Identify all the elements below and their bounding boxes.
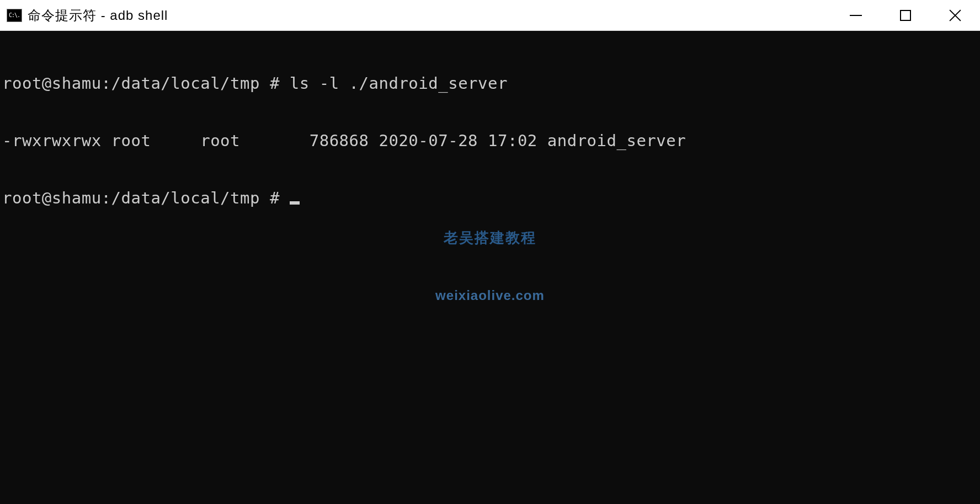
close-icon: [949, 9, 962, 22]
close-button[interactable]: [930, 0, 980, 30]
prompt: root@shamu:/data/local/tmp #: [2, 74, 290, 93]
minimize-icon: [850, 15, 862, 16]
watermark-text-2: weixiaolive.com: [435, 288, 545, 304]
window-title: 命令提示符 - adb shell: [28, 7, 168, 24]
terminal-line: root@shamu:/data/local/tmp #: [2, 189, 978, 208]
prompt: root@shamu:/data/local/tmp #: [2, 189, 290, 207]
terminal-line: root@shamu:/data/local/tmp # ls -l ./and…: [2, 74, 978, 93]
command-prompt-window: C:\. 命令提示符 - adb shell root@shamu:/data/…: [0, 0, 980, 504]
terminal-area[interactable]: root@shamu:/data/local/tmp # ls -l ./and…: [0, 31, 980, 504]
app-icon: C:\.: [7, 9, 22, 22]
maximize-icon: [900, 10, 911, 21]
command: ls -l ./android_server: [290, 74, 508, 93]
terminal-output-line: -rwxrwxrwx root root 786868 2020-07-28 1…: [2, 131, 978, 151]
watermark: 老吴搭建教程 weixiaolive.com: [435, 191, 545, 342]
maximize-button[interactable]: [881, 0, 930, 30]
minimize-button[interactable]: [831, 0, 881, 30]
titlebar-left: C:\. 命令提示符 - adb shell: [7, 7, 168, 24]
app-icon-text: C:\.: [9, 13, 20, 18]
watermark-text-1: 老吴搭建教程: [435, 229, 545, 246]
cursor: [290, 201, 300, 205]
window-controls: [831, 0, 980, 30]
titlebar[interactable]: C:\. 命令提示符 - adb shell: [0, 0, 980, 31]
